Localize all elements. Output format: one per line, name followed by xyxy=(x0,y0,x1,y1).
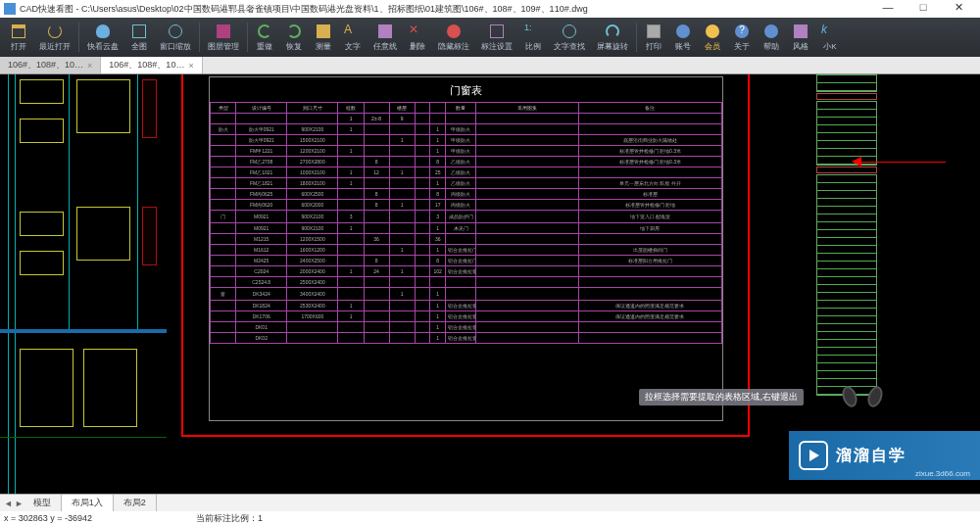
table-cell xyxy=(476,322,578,333)
toolbar-label: 重做 xyxy=(257,41,272,52)
toolbar-print-button[interactable]: 打印 xyxy=(639,20,668,55)
table-cell: 900X2100 xyxy=(287,211,338,223)
table-cell xyxy=(364,178,389,189)
table-cell xyxy=(578,124,721,135)
table-cell xyxy=(476,124,578,135)
toolbar-scale-button[interactable]: 比例 xyxy=(518,20,548,55)
table-cell xyxy=(364,277,389,288)
table-cell xyxy=(415,256,430,266)
toolbar-about-button[interactable]: 关于 xyxy=(727,20,757,55)
table-cell xyxy=(389,256,415,266)
table-cell: 防火 xyxy=(211,124,236,135)
table-cell: DK3424 xyxy=(236,288,287,301)
table-subheader: 2±-8 xyxy=(364,114,389,124)
table-row: FM丙0620600X20008117丙级防火标准层管井检修门 距地 xyxy=(211,200,722,211)
tab-label: 106#、108#、10… xyxy=(109,59,184,72)
table-cell: 1 xyxy=(389,245,415,256)
table-cell xyxy=(415,234,430,245)
table-cell xyxy=(415,167,430,178)
toolbar-help-button[interactable]: 帮助 xyxy=(757,20,786,55)
table-cell xyxy=(578,167,721,178)
tab-scroll-left[interactable]: ◄ xyxy=(4,499,13,508)
table-cell xyxy=(338,135,364,146)
table-cell: 丙级防火 xyxy=(446,200,476,211)
table-cell: 17 xyxy=(430,200,446,211)
toolbar-recent-button[interactable]: 最近打开 xyxy=(33,20,76,55)
toolbar-k-button[interactable]: 小K xyxy=(815,20,845,55)
table-cell: FM乙1021 xyxy=(236,167,287,178)
table-cell xyxy=(476,311,578,322)
table-cell xyxy=(476,256,578,266)
table-row: M24252400X250088铝合金推拉门下设防盗+5号图铝合金标准层阳台用推… xyxy=(211,256,722,266)
tab-scroll-right[interactable]: ► xyxy=(15,499,24,508)
layout-tab[interactable]: 模型 xyxy=(24,495,62,511)
table-cell xyxy=(415,322,430,333)
table-cell: 1 xyxy=(430,135,446,146)
tab-close-icon[interactable]: × xyxy=(87,61,92,71)
table-cell: 甲级防火 xyxy=(446,124,476,135)
close-button[interactable]: ✕ xyxy=(947,1,970,17)
toolbar-label: 文字 xyxy=(345,41,361,52)
toolbar-open-button[interactable]: 打开 xyxy=(4,20,33,55)
toolbar-layer-button[interactable]: 图层管理 xyxy=(202,20,245,55)
toolbar-rot-button[interactable]: 屏幕旋转 xyxy=(591,20,634,55)
toolbar-label: 打印 xyxy=(646,41,662,52)
toolbar-cloud-button[interactable]: 快看云盘 xyxy=(81,20,124,55)
layout-tab[interactable]: 布局1入 xyxy=(62,495,114,511)
toolbar-vip-button[interactable]: 会员 xyxy=(698,20,727,55)
toolbar-zoom-button[interactable]: 窗口缩放 xyxy=(154,20,197,55)
toolbar-style-button[interactable]: 风格 xyxy=(786,20,815,55)
table-cell xyxy=(211,256,236,266)
annotation-arrow xyxy=(858,153,946,172)
table-cell xyxy=(476,266,578,277)
table-cell xyxy=(578,333,721,344)
layout-tab[interactable]: 布局2 xyxy=(114,495,157,511)
toolbar-hide-button[interactable]: 隐藏标注 xyxy=(432,20,475,55)
document-tab[interactable]: 106#、108#、10…× xyxy=(0,57,101,73)
table-subheader xyxy=(578,114,721,124)
table-cell: 1200X1500 xyxy=(287,234,338,245)
table-header: 类型 xyxy=(211,103,236,114)
toolbar-undo-button[interactable]: 重做 xyxy=(250,20,279,55)
toolbar-text-button[interactable]: 文字 xyxy=(338,20,368,55)
coord-readout: x = 302863 y = -36942 xyxy=(4,513,92,523)
toolbar-acct-button[interactable]: 账号 xyxy=(668,20,698,55)
table-cell: M1215 xyxy=(236,234,287,245)
toolbar-redo-button[interactable]: 恢复 xyxy=(279,20,309,55)
table-cell: 乙级防火 xyxy=(446,157,476,167)
toolbar-line-button[interactable]: 任意线 xyxy=(368,20,403,55)
table-cell xyxy=(364,245,389,256)
table-cell xyxy=(578,277,721,288)
table-cell xyxy=(211,135,236,146)
table-cell: 1 xyxy=(430,223,446,234)
watermark-logo xyxy=(799,441,828,470)
table-cell: 102 xyxy=(430,266,446,277)
document-tab[interactable]: 106#、108#、10…× xyxy=(101,57,202,73)
line-icon xyxy=(376,23,394,40)
table-cell xyxy=(389,146,415,157)
toolbar-full-button[interactable]: 全图 xyxy=(124,20,154,55)
table-cell xyxy=(211,245,236,256)
toolbar-del-button[interactable]: 删除 xyxy=(403,20,432,55)
table-cell: 标准层管井检修门 距地0.3米 xyxy=(578,157,721,167)
drawing-canvas[interactable]: 门窗表 类型设计编号洞口尺寸樘数楼层数量采用图集备注12±-89防火防火甲092… xyxy=(0,74,980,494)
table-cell: 1 xyxy=(338,178,364,189)
table-cell xyxy=(415,178,430,189)
table-cell: 900X2100 xyxy=(287,124,338,135)
table-cell: 铝合金推拉窗下设栏杆-5号图铝合金窗 xyxy=(446,322,476,333)
table-cell: DK1824 xyxy=(236,301,287,311)
maximize-button[interactable]: □ xyxy=(911,1,935,17)
meas-icon xyxy=(315,23,332,40)
table-cell: 1 xyxy=(338,124,364,135)
table-cell xyxy=(364,301,389,311)
minimize-button[interactable]: — xyxy=(876,1,900,17)
tab-close-icon[interactable]: × xyxy=(188,61,193,71)
table-cell: 1 xyxy=(430,288,446,301)
table-cell xyxy=(476,234,578,245)
table-cell xyxy=(389,189,415,200)
toolbar-set-button[interactable]: 标注设置 xyxy=(475,20,518,55)
table-cell xyxy=(415,135,430,146)
toolbar-meas-button[interactable]: 测量 xyxy=(309,20,338,55)
toolbar-find-button[interactable]: 文字查找 xyxy=(548,20,591,55)
table-cell xyxy=(476,211,578,223)
